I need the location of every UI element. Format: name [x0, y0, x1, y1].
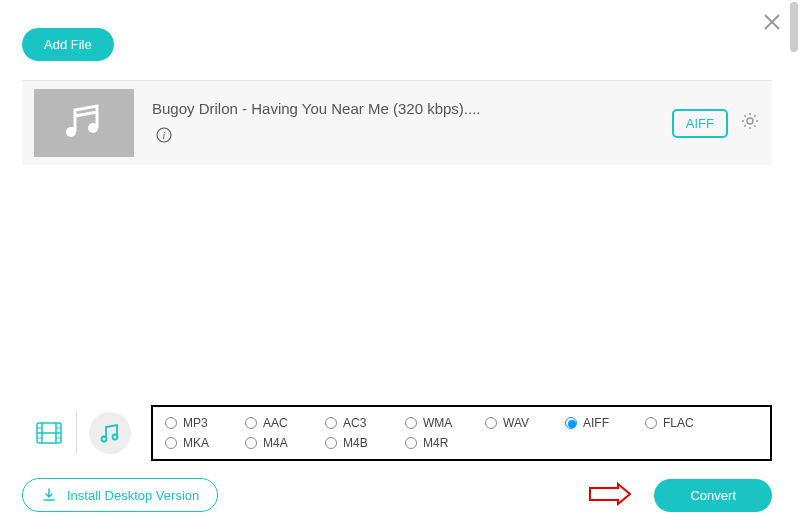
bottom-bar: Install Desktop Version Convert [22, 478, 772, 512]
format-label: M4B [343, 436, 368, 450]
add-file-button[interactable]: Add File [22, 28, 114, 61]
radio-icon [485, 417, 497, 429]
film-icon [34, 418, 64, 448]
format-option-aiff[interactable]: AIFF [565, 416, 645, 430]
format-label: AIFF [583, 416, 609, 430]
format-option-mka[interactable]: MKA [165, 436, 245, 450]
radio-icon [165, 437, 177, 449]
svg-point-5 [747, 118, 753, 124]
radio-icon [245, 437, 257, 449]
radio-icon [165, 417, 177, 429]
format-option-mp3[interactable]: MP3 [165, 416, 245, 430]
format-label: FLAC [663, 416, 694, 430]
format-option-m4r[interactable]: M4R [405, 436, 485, 450]
radio-icon [405, 417, 417, 429]
format-panel: MP3AACAC3WMAWAVAIFFFLACMKAM4AM4BM4R [22, 404, 772, 462]
file-thumbnail [34, 89, 134, 157]
format-option-ac3[interactable]: AC3 [325, 416, 405, 430]
radio-icon [405, 437, 417, 449]
music-icon [98, 421, 122, 445]
scrollbar[interactable] [790, 2, 798, 528]
radio-icon [245, 417, 257, 429]
svg-text:i: i [163, 130, 166, 141]
tab-audio[interactable] [77, 404, 143, 462]
format-label: AC3 [343, 416, 366, 430]
close-icon[interactable] [762, 10, 782, 38]
format-label: WAV [503, 416, 529, 430]
arrow-annotation [588, 482, 632, 506]
radio-icon [325, 437, 337, 449]
radio-icon [325, 417, 337, 429]
format-badge[interactable]: AIFF [672, 109, 728, 138]
install-desktop-button[interactable]: Install Desktop Version [22, 478, 218, 512]
file-title: Bugoy Drilon - Having You Near Me (320 k… [152, 100, 672, 117]
gear-icon[interactable] [740, 111, 760, 135]
svg-point-1 [88, 123, 98, 133]
radio-icon [565, 417, 577, 429]
svg-line-2 [75, 112, 97, 116]
file-item: Bugoy Drilon - Having You Near Me (320 k… [22, 80, 772, 165]
format-option-m4b[interactable]: M4B [325, 436, 405, 450]
format-label: WMA [423, 416, 452, 430]
install-label: Install Desktop Version [67, 488, 199, 503]
format-option-wav[interactable]: WAV [485, 416, 565, 430]
svg-point-14 [102, 437, 107, 442]
format-label: M4R [423, 436, 448, 450]
format-option-m4a[interactable]: M4A [245, 436, 325, 450]
format-option-aac[interactable]: AAC [245, 416, 325, 430]
format-option-flac[interactable]: FLAC [645, 416, 725, 430]
tab-video[interactable] [22, 410, 76, 456]
radio-icon [645, 417, 657, 429]
format-option-wma[interactable]: WMA [405, 416, 485, 430]
convert-button[interactable]: Convert [654, 479, 772, 512]
svg-point-15 [113, 435, 118, 440]
format-label: MKA [183, 436, 209, 450]
format-label: MP3 [183, 416, 208, 430]
info-icon[interactable]: i [156, 130, 172, 146]
formats-box: MP3AACAC3WMAWAVAIFFFLACMKAM4AM4BM4R [151, 405, 772, 461]
format-label: M4A [263, 436, 288, 450]
svg-point-0 [66, 127, 76, 137]
download-icon [41, 487, 57, 503]
format-label: AAC [263, 416, 288, 430]
